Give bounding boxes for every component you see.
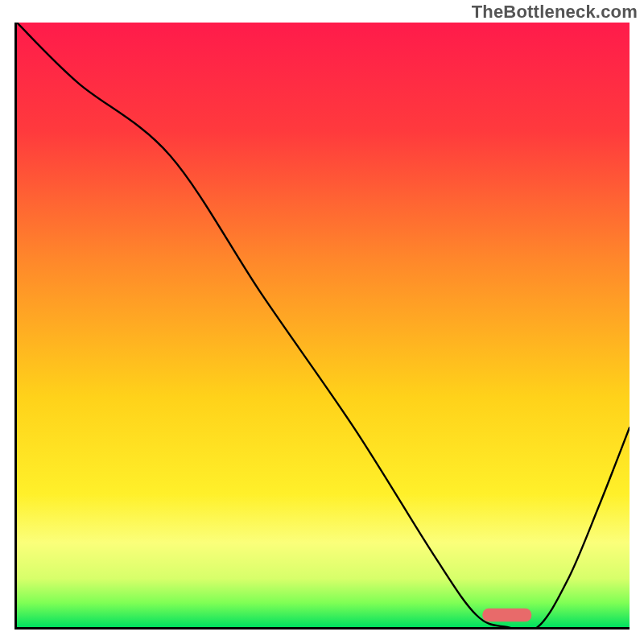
svg-rect-1	[482, 609, 531, 622]
chart-canvas: TheBottleneck.com	[0, 0, 644, 644]
plot-frame	[14, 23, 630, 630]
plot-area	[17, 23, 630, 627]
attribution-label: TheBottleneck.com	[472, 2, 638, 23]
sweet-spot-marker	[17, 23, 630, 627]
